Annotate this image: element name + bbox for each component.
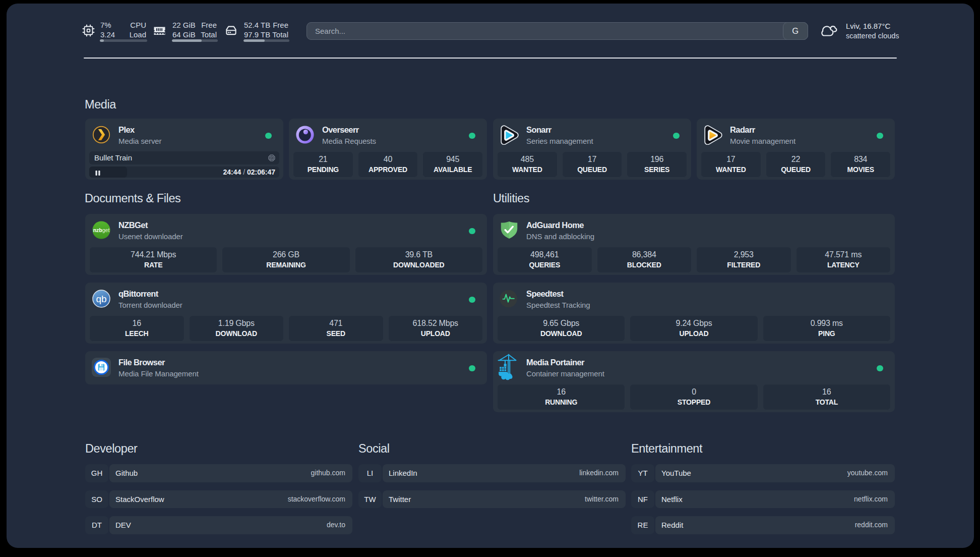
svg-text:nzbget: nzbget bbox=[93, 227, 110, 233]
svg-text:qb: qb bbox=[96, 294, 106, 304]
